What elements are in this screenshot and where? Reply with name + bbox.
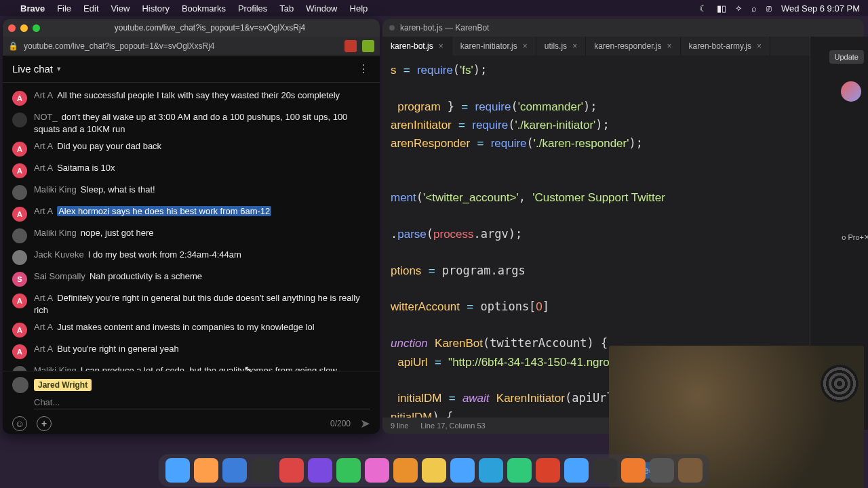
message-body: Art ADid you pay your dad back bbox=[34, 140, 370, 152]
avatar[interactable]: A bbox=[12, 323, 27, 338]
message-author[interactable]: Art A bbox=[34, 163, 53, 173]
menu-profiles[interactable]: Profiles bbox=[238, 3, 267, 14]
dock-app-icon[interactable] bbox=[336, 458, 361, 483]
menubar-clock[interactable]: Wed Sep 6 9:07 PM bbox=[781, 3, 860, 14]
chat-message: AArt ADefinitely you're right in general… bbox=[3, 289, 380, 319]
close-icon[interactable]: × bbox=[572, 41, 577, 51]
chat-more-icon[interactable]: ⋮ bbox=[358, 62, 370, 75]
menu-file[interactable]: File bbox=[57, 3, 71, 14]
close-icon[interactable]: × bbox=[667, 41, 672, 51]
dock-app-icon[interactable] bbox=[165, 458, 190, 483]
editor-tab[interactable]: karen-responder.js× bbox=[586, 37, 680, 56]
dock-app-icon[interactable] bbox=[650, 458, 674, 483]
self-avatar[interactable] bbox=[12, 377, 28, 393]
menu-edit[interactable]: Edit bbox=[83, 3, 98, 14]
chat-message: Maliki KingI can produce a lot of code, … bbox=[3, 362, 380, 371]
chat-message: Maliki KingSleep, what is that! bbox=[3, 181, 380, 203]
avatar[interactable]: S bbox=[12, 272, 27, 287]
menu-view[interactable]: View bbox=[111, 3, 130, 14]
minimize-icon[interactable] bbox=[20, 24, 28, 32]
avatar[interactable]: A bbox=[12, 91, 27, 106]
chat-input[interactable]: Chat... bbox=[34, 393, 370, 409]
extension-icon[interactable] bbox=[362, 40, 374, 52]
close-icon[interactable]: × bbox=[439, 41, 443, 51]
dock-app-icon[interactable] bbox=[251, 458, 275, 483]
menu-tab[interactable]: Tab bbox=[279, 3, 294, 14]
dnd-icon[interactable]: ☾ bbox=[699, 3, 707, 14]
dock-app-icon[interactable] bbox=[222, 458, 247, 483]
avatar[interactable]: A bbox=[12, 293, 27, 308]
menu-bookmarks[interactable]: Bookmarks bbox=[182, 3, 226, 14]
close-icon[interactable]: × bbox=[757, 41, 762, 51]
dock-app-icon[interactable] bbox=[536, 458, 560, 483]
close-icon[interactable]: × bbox=[523, 41, 528, 51]
editor-tab[interactable]: karen-initiator.js× bbox=[452, 37, 536, 56]
zoom-icon[interactable] bbox=[33, 24, 40, 32]
editor-titlebar[interactable]: karen-bot.js — KarenBot bbox=[382, 19, 864, 37]
message-author[interactable]: Maliki King bbox=[34, 365, 77, 371]
url-text[interactable]: youtube.com/live_chat?is_popout=1&v=svOg… bbox=[24, 41, 339, 51]
browser-urlbar[interactable]: 🔒 youtube.com/live_chat?is_popout=1&v=sv… bbox=[3, 37, 380, 56]
profile-avatar[interactable] bbox=[841, 81, 861, 102]
update-button[interactable]: Update bbox=[829, 50, 864, 64]
menubar-app-name[interactable]: Brave bbox=[20, 3, 45, 14]
chat-message: Maliki Kingnope, just got here bbox=[3, 224, 380, 246]
emoji-picker-icon[interactable]: ☺ bbox=[12, 416, 27, 431]
avatar[interactable] bbox=[12, 113, 27, 127]
editor-tab[interactable]: karen-bot.js× bbox=[382, 37, 452, 56]
message-author[interactable]: Art A bbox=[34, 344, 53, 354]
message-author[interactable]: Art A bbox=[34, 90, 53, 100]
message-author[interactable]: Art A bbox=[34, 141, 53, 151]
message-author[interactable]: NOT_ bbox=[34, 112, 58, 122]
dock-app-icon[interactable] bbox=[593, 458, 617, 483]
avatar[interactable] bbox=[12, 366, 27, 371]
dock-app-icon[interactable] bbox=[393, 458, 418, 483]
close-icon[interactable] bbox=[8, 24, 16, 32]
dock-app-icon[interactable] bbox=[365, 458, 389, 483]
highlighted-text: Alex hormozi says he does his best work … bbox=[57, 206, 271, 216]
menu-history[interactable]: History bbox=[142, 3, 169, 14]
battery-icon[interactable]: ▮▯ bbox=[717, 3, 726, 14]
dock-app-icon[interactable] bbox=[507, 458, 532, 483]
message-author[interactable]: Maliki King bbox=[34, 228, 77, 238]
dock-app-icon[interactable] bbox=[194, 458, 218, 483]
dock-app-icon[interactable] bbox=[422, 458, 446, 483]
message-author[interactable]: Maliki King bbox=[34, 184, 77, 195]
avatar[interactable] bbox=[12, 228, 27, 243]
menu-window[interactable]: Window bbox=[306, 3, 337, 14]
message-author[interactable]: Art A bbox=[34, 293, 53, 303]
wifi-icon[interactable]: ⟡ bbox=[736, 3, 742, 14]
dock-app-icon[interactable] bbox=[564, 458, 589, 483]
avatar[interactable]: A bbox=[12, 163, 27, 178]
window-titlebar[interactable]: youtube.com/live_chat?is_popout=1&v=svOg… bbox=[3, 19, 380, 37]
editor-tab[interactable]: utils.js× bbox=[536, 37, 586, 56]
chevron-down-icon[interactable]: ▾ bbox=[57, 64, 61, 73]
chat-mode-label[interactable]: Live chat bbox=[12, 63, 53, 75]
editor-tab[interactable]: karen-bot-army.js× bbox=[681, 37, 770, 56]
avatar[interactable]: A bbox=[12, 207, 27, 222]
close-icon[interactable]: × bbox=[864, 232, 868, 242]
avatar[interactable]: A bbox=[12, 344, 27, 359]
message-author[interactable]: Sai Sompally bbox=[34, 271, 85, 281]
control-center-icon[interactable]: ⎚ bbox=[766, 3, 772, 14]
macos-menubar: Brave File Edit View History Bookmarks P… bbox=[0, 0, 868, 16]
chat-message-list[interactable]: AArt AAll the successful people I talk w… bbox=[3, 83, 380, 371]
dock-app-icon[interactable] bbox=[450, 458, 475, 483]
dock-app-icon[interactable] bbox=[479, 458, 503, 483]
add-reaction-icon[interactable]: + bbox=[37, 416, 52, 431]
dock-app-icon[interactable] bbox=[308, 458, 332, 483]
dock-app-icon[interactable] bbox=[678, 458, 703, 483]
message-author[interactable]: Art A bbox=[34, 322, 53, 332]
avatar[interactable] bbox=[12, 250, 27, 265]
message-author[interactable]: Jack Kuveke bbox=[34, 249, 84, 260]
self-name-badge: Jared Wright bbox=[34, 379, 92, 391]
spotlight-icon[interactable]: ⌕ bbox=[751, 3, 757, 14]
dock-app-icon[interactable] bbox=[621, 458, 646, 483]
avatar[interactable] bbox=[12, 185, 27, 200]
message-author[interactable]: Art A bbox=[34, 206, 53, 216]
menu-help[interactable]: Help bbox=[350, 3, 368, 14]
avatar[interactable]: A bbox=[12, 142, 27, 157]
brave-shield-icon[interactable] bbox=[344, 40, 357, 52]
dock-app-icon[interactable] bbox=[279, 458, 304, 483]
send-icon[interactable]: ➤ bbox=[360, 416, 370, 431]
